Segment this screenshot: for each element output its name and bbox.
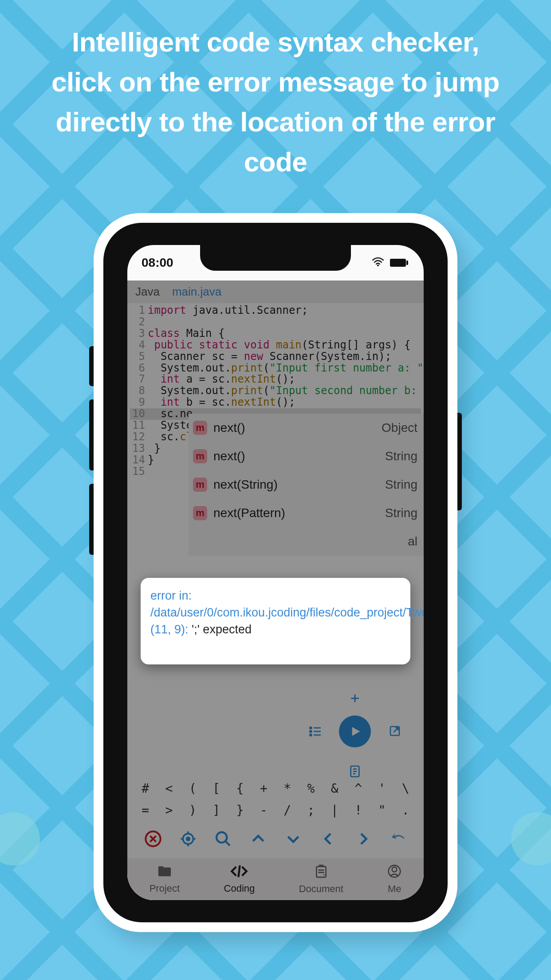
app-surface: Java main.java 1import java.util.Scanner… [127,281,424,900]
svg-point-0 [377,265,379,266]
battery-icon [390,259,406,267]
status-time: 08:00 [142,256,173,270]
phone-frame: 08:00 Java main.java 1import java.util.S… [94,213,457,932]
wifi-icon [372,257,384,269]
phone-screen: 08:00 Java main.java 1import java.util.S… [127,245,424,900]
error-text: ';' expected [192,623,252,636]
error-message-popup[interactable]: error in: /data/user/0/com.ikou.jcoding/… [141,578,410,664]
marketing-headline: Intelligent code syntax checker, click o… [0,0,551,182]
phone-notch [200,245,351,271]
